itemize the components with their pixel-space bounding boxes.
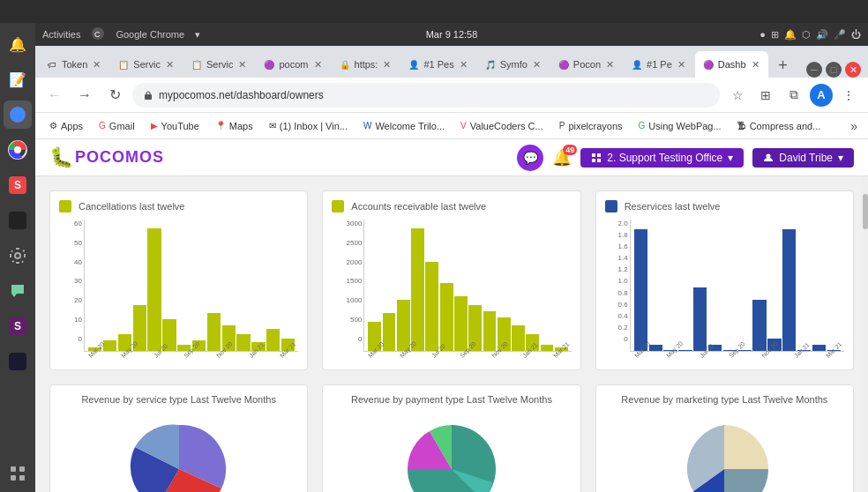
bookmark-compress[interactable]: 🗜 Compress and...	[730, 119, 828, 133]
bar-blue	[693, 287, 707, 352]
sidebar-apps-icon[interactable]	[9, 465, 26, 485]
reservices-bars	[630, 220, 844, 352]
tab-servic1[interactable]: 📋 Servic ✕	[110, 51, 183, 78]
bookmark-inbox[interactable]: ✉ (1) Inbox | Vin...	[262, 119, 355, 133]
bookmark-youtube[interactable]: ▶ YouTube	[144, 119, 206, 133]
activities-label[interactable]: Activities	[42, 29, 80, 40]
sidebar-icon-bottom[interactable]	[4, 347, 32, 376]
x-axis-accounts: Mar 20 May 20 Jul 20 Sep 20 Nov 20 Jan 2…	[363, 354, 571, 361]
tab-symfo[interactable]: 🎵 Symfo ✕	[477, 51, 550, 78]
tab-close-https[interactable]: ✕	[381, 58, 393, 71]
gmail-favicon: G	[99, 121, 106, 130]
bar-blue	[634, 229, 647, 351]
tab-pe2[interactable]: 👤 #1 Pe ✕	[624, 51, 694, 78]
tab-pocom[interactable]: 🟣 pocom ✕	[256, 51, 330, 78]
bookmarks-more-btn[interactable]: »	[847, 117, 861, 135]
dashboard-area: Cancellations last twelve 6050403020100	[35, 176, 868, 492]
os-bar: Activities C Google Chrome ▾ Mar 9 12:58…	[35, 23, 868, 46]
maximize-btn[interactable]: □	[826, 62, 842, 78]
bookmark-trilo[interactable]: W Welcome Trilo...	[356, 119, 452, 133]
tab-close-pocom[interactable]: ✕	[312, 58, 324, 71]
pie-marketing-svg	[671, 416, 777, 492]
sidebar-icon-dark[interactable]	[4, 206, 32, 235]
tab-https[interactable]: 🔒 https: ✕	[332, 51, 400, 78]
logo-text: POCOMOS	[75, 148, 164, 167]
tab-favicon-dashb: 🟣	[702, 58, 715, 71]
svg-rect-11	[597, 153, 601, 157]
reservices-chart: Reservices last twelve 2.01.81.61.41.21.…	[595, 190, 854, 370]
webpag-favicon: G	[639, 121, 646, 130]
sidebar-icon-slack[interactable]: S	[4, 312, 32, 340]
tab-close-token[interactable]: ✕	[91, 58, 102, 71]
reload-button[interactable]: ↻	[102, 83, 127, 108]
close-btn[interactable]: ✕	[845, 62, 861, 78]
tab-close-symfo[interactable]: ✕	[531, 58, 542, 71]
reservices-legend	[605, 200, 617, 212]
tab-close-pe2[interactable]: ✕	[676, 58, 687, 71]
sidebar-icon-msg[interactable]	[4, 277, 32, 305]
bookmark-star-btn[interactable]: ☆	[725, 83, 750, 108]
sidebar-icon-1[interactable]: 🔔	[4, 30, 32, 58]
scrollbar-thumb[interactable]	[863, 194, 868, 229]
maps-favicon: 📍	[215, 121, 226, 130]
tab-search-btn[interactable]: ⊞	[753, 83, 778, 108]
tab-favicon-s1: 📋	[117, 58, 130, 71]
forward-button[interactable]: →	[72, 83, 97, 108]
tab-close-s1[interactable]: ✕	[164, 58, 176, 71]
bookmark-valuecoders[interactable]: V ValueCoders C...	[453, 119, 550, 133]
bookmark-webpag[interactable]: G Using WebPag...	[632, 119, 729, 133]
tab-pes1[interactable]: 👤 #1 Pes ✕	[400, 51, 475, 78]
accounts-title: Accounts receivable last twelve	[351, 201, 486, 212]
user-selector[interactable]: David Tribe ▾	[752, 148, 854, 168]
address-bar[interactable]: mypocomos.net/dashboard/owners	[132, 83, 720, 108]
sidebar-icon-gear[interactable]	[4, 242, 32, 270]
minimize-btn[interactable]: ─	[806, 62, 822, 78]
sidebar-icon-chrome[interactable]	[4, 136, 32, 164]
new-tab-button[interactable]: +	[771, 53, 796, 78]
sidebar-icon-red[interactable]: S	[4, 171, 32, 199]
office-selector[interactable]: 2. Support Testing Office ▾	[580, 148, 744, 168]
profile-btn[interactable]: A	[810, 84, 833, 107]
sidebar-icon-3[interactable]	[4, 101, 32, 129]
bookmark-compress-label: Compress and...	[750, 121, 821, 131]
menu-btn[interactable]: ⋮	[836, 83, 861, 108]
tab-pocon[interactable]: 🟣 Pocon ✕	[550, 51, 623, 78]
pie-marketing-title: Revenue by marketing type Last Twelve Mo…	[605, 394, 844, 405]
pie-payment-title: Revenue by payment type Last Twelve Mont…	[332, 394, 571, 405]
svg-rect-10	[592, 153, 595, 157]
svg-rect-13	[597, 159, 601, 162]
scrollbar-track[interactable]	[863, 176, 868, 492]
bookmark-maps[interactable]: 📍 Maps	[208, 119, 260, 133]
logo-icon: 🐛	[49, 146, 73, 169]
os-icon-6: 🎤	[834, 29, 846, 41]
tab-close-s2[interactable]: ✕	[236, 58, 248, 71]
tab-close-pocon[interactable]: ✕	[604, 58, 616, 71]
tab-label-https: https:	[355, 59, 378, 70]
title-dropdown[interactable]: ▾	[195, 29, 200, 41]
valuecoders-favicon: V	[460, 121, 467, 130]
tab-token[interactable]: 🏷 Token ✕	[39, 51, 109, 78]
os-datetime: Mar 9 12:58	[426, 29, 478, 40]
tab-close-pes1[interactable]: ✕	[458, 58, 469, 71]
sidebar-icon-2[interactable]: 📝	[4, 65, 32, 93]
notification-btn[interactable]: 🔔 49	[552, 148, 572, 168]
os-icon-2: ⊞	[771, 29, 779, 41]
back-button[interactable]: ←	[42, 83, 67, 108]
bookmark-webpag-label: Using WebPag...	[648, 121, 721, 131]
bookmark-pixel[interactable]: P pixelcrayons	[552, 119, 630, 133]
extensions-btn[interactable]: ⧉	[782, 83, 806, 108]
chat-btn[interactable]: 💬	[517, 145, 543, 171]
bookmark-gmail[interactable]: G Gmail	[92, 119, 142, 133]
tab-close-dashb[interactable]: ✕	[750, 58, 761, 71]
pixel-favicon: P	[559, 121, 565, 130]
notif-badge: 49	[563, 145, 577, 155]
tab-dashb[interactable]: 🟣 Dashb ✕	[695, 51, 768, 78]
os-icon-5: 🔊	[816, 29, 828, 41]
address-text: mypocomos.net/dashboard/owners	[159, 89, 709, 101]
tab-servic2[interactable]: 📋 Servic ✕	[183, 51, 256, 78]
pie-marketing-container	[605, 412, 844, 492]
user-icon	[763, 153, 774, 163]
bookmark-apps[interactable]: ⚙ Apps	[42, 119, 90, 133]
header-right: 💬 🔔 49 2. Support Testing Office ▾ David…	[517, 145, 854, 171]
bar-blue	[752, 300, 766, 351]
